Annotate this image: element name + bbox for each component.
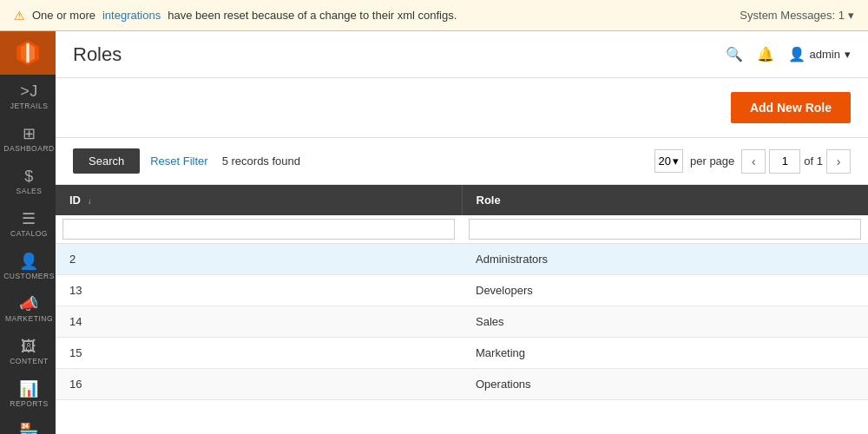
reports-icon: 📊 [19, 381, 39, 397]
row-role: Administrators [462, 244, 868, 275]
svg-rect-3 [26, 43, 29, 62]
per-page-label: per page [690, 155, 734, 168]
content-icon: 🖼 [21, 339, 37, 354]
sidebar-item-stores[interactable]: 🏪 STORES [0, 415, 56, 434]
row-role: Operations [462, 369, 868, 400]
sort-icon: ↓ [88, 196, 92, 206]
per-page-select[interactable]: 20 ▾ [654, 149, 683, 173]
sidebar-item-label: DASHBOARD [3, 144, 54, 153]
chevron-down-icon: ▾ [848, 9, 854, 22]
sidebar-item-label: CATALOG [10, 229, 48, 238]
chevron-down-icon: ▾ [845, 48, 851, 61]
table-row[interactable]: 14 Sales [56, 306, 868, 338]
roles-table-wrapper: ID ↓ Role [56, 185, 868, 434]
row-role: Sales [462, 306, 868, 338]
sidebar-item-dashboard[interactable]: ⊞ DASHBOARD [0, 117, 56, 160]
row-id: 14 [56, 306, 462, 338]
roles-table: ID ↓ Role [56, 185, 868, 400]
prev-page-button[interactable]: ‹ [741, 149, 766, 174]
add-new-role-button[interactable]: Add New Role [731, 92, 851, 123]
bell-icon[interactable]: 🔔 [757, 46, 774, 62]
row-id: 13 [56, 275, 462, 306]
next-page-button[interactable]: › [826, 149, 851, 174]
sidebar-item-jetrails[interactable]: >j JETRAILS [0, 75, 56, 117]
column-role-label: Role [477, 194, 501, 207]
notification-text-prefix: One or more [32, 9, 95, 22]
search-button[interactable]: Search [73, 148, 140, 174]
id-filter-input[interactable] [62, 219, 455, 240]
per-page-dropdown-icon: ▾ [673, 155, 679, 168]
per-page-value: 20 [659, 155, 671, 168]
sidebar-item-label: REPORTS [10, 399, 48, 408]
sidebar-item-label: JETRAILS [10, 102, 49, 110]
row-id: 16 [56, 369, 462, 400]
sidebar-item-marketing[interactable]: 📣 MARKETING [0, 287, 56, 330]
column-role: Role [462, 185, 868, 215]
sidebar-item-label: CUSTOMERS [3, 272, 55, 280]
page-title: Roles [73, 43, 122, 66]
filter-input-row [56, 215, 868, 244]
table-row[interactable]: 16 Operations [56, 369, 868, 400]
admin-avatar-icon: 👤 [788, 46, 806, 62]
row-id: 2 [56, 244, 462, 275]
integrations-link[interactable]: integrations [102, 9, 161, 22]
marketing-icon: 📣 [19, 296, 39, 312]
column-id[interactable]: ID ↓ [56, 185, 462, 215]
add-role-area: Add New Role [56, 78, 868, 138]
notification-text-suffix: have been reset because of a change to t… [168, 9, 457, 22]
catalog-icon: ☰ [22, 211, 36, 227]
records-found-label: 5 records found [222, 155, 300, 168]
top-header: Roles 🔍 🔔 👤 admin ▾ [56, 31, 868, 78]
header-actions: 🔍 🔔 👤 admin ▾ [726, 46, 851, 62]
sidebar-item-reports[interactable]: 📊 REPORTS [0, 372, 56, 415]
customers-icon: 👤 [19, 253, 39, 269]
stores-icon: 🏪 [19, 424, 39, 434]
admin-user-menu[interactable]: 👤 admin ▾ [788, 46, 851, 62]
table-row[interactable]: 2 Administrators [56, 244, 868, 275]
sidebar-item-label: CONTENT [10, 357, 49, 365]
id-filter-cell [56, 215, 462, 244]
reset-filter-button[interactable]: Reset Filter [150, 155, 207, 168]
magento-logo-icon [14, 39, 42, 67]
sidebar: >j JETRAILS ⊞ DASHBOARD $ SALES ☰ CATALO… [0, 31, 56, 434]
row-role: Marketing [462, 338, 868, 369]
column-id-label: ID [69, 194, 81, 207]
sidebar-logo[interactable] [0, 31, 56, 75]
search-icon[interactable]: 🔍 [726, 46, 743, 62]
row-id: 15 [56, 338, 462, 369]
sidebar-item-label: MARKETING [5, 314, 53, 323]
notification-bar: ⚠ One or more integrations have been res… [0, 0, 868, 31]
admin-label: admin [810, 48, 840, 61]
warning-icon: ⚠ [14, 9, 25, 23]
role-filter-input[interactable] [469, 219, 861, 240]
sidebar-item-customers[interactable]: 👤 CUSTOMERS [0, 245, 56, 287]
filter-bar: Search Reset Filter 5 records found 20 ▾… [56, 138, 868, 185]
per-page-area: 20 ▾ per page ‹ of 1 › [654, 149, 851, 174]
content-area: Roles 🔍 🔔 👤 admin ▾ Add New Role Search … [56, 31, 868, 434]
table-row[interactable]: 15 Marketing [56, 338, 868, 369]
row-role: Developers [462, 275, 868, 306]
jetrails-icon: >j [20, 83, 38, 99]
sales-icon: $ [24, 168, 34, 184]
dashboard-icon: ⊞ [23, 126, 36, 141]
total-pages-label: of 1 [804, 155, 823, 168]
page-number-input[interactable] [769, 149, 800, 174]
pagination-controls: ‹ of 1 › [741, 149, 851, 174]
sidebar-item-sales[interactable]: $ SALES [0, 160, 56, 202]
system-messages-label: System Messages: 1 [740, 9, 845, 22]
notification-message: ⚠ One or more integrations have been res… [14, 9, 457, 23]
role-filter-cell [462, 215, 868, 244]
system-messages-button[interactable]: System Messages: 1 ▾ [740, 9, 854, 22]
table-row[interactable]: 13 Developers [56, 275, 868, 306]
table-header-row: ID ↓ Role [56, 185, 868, 215]
sidebar-item-content[interactable]: 🖼 CONTENT [0, 330, 56, 372]
sidebar-item-catalog[interactable]: ☰ CATALOG [0, 202, 56, 245]
sidebar-item-label: SALES [16, 187, 43, 195]
